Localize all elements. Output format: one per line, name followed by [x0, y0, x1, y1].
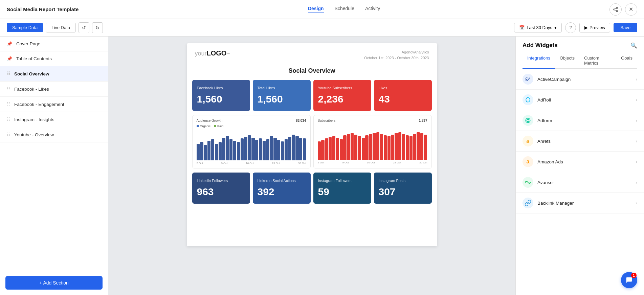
drag-icon: ⠿	[7, 101, 10, 107]
help-button[interactable]: ?	[565, 22, 576, 33]
chevron-right-icon: ›	[636, 180, 637, 185]
chevron-right-icon: ›	[636, 76, 637, 82]
sidebar-item-fb-engagement[interactable]: ⠿ Facebook - Engagement	[0, 97, 108, 112]
toolbar-right: 📅 Last 30 Days ▾ ? ▶ Preview Save	[514, 22, 637, 33]
sidebar-item-cover[interactable]: 📌 Cover Page	[0, 37, 108, 51]
preview-button[interactable]: ▶ Preview	[579, 23, 610, 32]
card-value: 1,560	[197, 93, 245, 105]
list-item[interactable]: Avanser ›	[516, 172, 644, 193]
svg-point-0	[616, 7, 618, 8]
close-button[interactable]: ✕	[625, 3, 637, 16]
sidebar-item-label: Youtube - Overview	[14, 132, 54, 137]
charts-row: Audience Growth 83,034 Organic Paid 2 Oc…	[187, 115, 437, 173]
pin-icon: 📌	[7, 56, 12, 61]
activecampaign-icon	[523, 74, 533, 85]
bar	[329, 137, 332, 160]
integration-name: Adform	[537, 118, 552, 123]
sample-data-button[interactable]: Sample Data	[7, 23, 43, 32]
date-range-button[interactable]: 📅 Last 30 Days ▾	[514, 23, 562, 32]
list-item[interactable]: AdRoll ›	[516, 90, 644, 110]
sidebar-item-social-overview[interactable]: ⠿ Social Overview	[0, 66, 108, 82]
sidebar-item-label: Table of Contents	[16, 56, 52, 61]
bar	[409, 136, 413, 160]
live-data-button[interactable]: Live Data	[46, 23, 76, 32]
bar	[263, 141, 266, 161]
chevron-right-icon: ›	[636, 138, 637, 144]
share-button[interactable]	[609, 3, 622, 16]
bar	[354, 135, 357, 160]
card-label: LinkedIn Social Actions	[258, 179, 306, 183]
chevron-down-icon: ▾	[554, 25, 557, 30]
bar	[318, 141, 321, 160]
tab-schedule[interactable]: Schedule	[335, 6, 354, 13]
bar	[387, 136, 391, 160]
chart-label: Audience Growth	[197, 119, 223, 122]
card-label: Facebook Likes	[197, 86, 245, 90]
chart-x-labels: 2 Oct 9 Oct 16 Oct 23 Oct 30 Oct	[318, 161, 427, 164]
list-item[interactable]: Adform ›	[516, 110, 644, 131]
chevron-right-icon: ›	[636, 159, 637, 164]
bar	[270, 136, 273, 160]
sidebar-item-youtube-overview[interactable]: ⠿ Youtube - Overview	[0, 127, 108, 142]
card-label: Likes	[379, 86, 427, 90]
card-label: Instagram Posts	[379, 179, 427, 183]
bar	[413, 134, 416, 160]
bar	[292, 135, 295, 161]
bar	[303, 138, 306, 160]
report-page: yourLOGO™ AgencyAnalytics October 1st, 2…	[187, 43, 437, 246]
redo-button[interactable]: ↻	[92, 22, 103, 33]
bar	[420, 133, 423, 160]
bar	[336, 138, 339, 160]
svg-line-3	[615, 10, 617, 11]
chart-bars	[197, 130, 306, 160]
integration-name: Backlink Manager	[537, 201, 574, 206]
list-item[interactable]: Backlink Manager ›	[516, 193, 644, 213]
bar	[402, 134, 405, 160]
sidebar-item-instagram-insights[interactable]: ⠿ Instagram - Insights	[0, 112, 108, 127]
sidebar-item-label: Instagram - Insights	[14, 117, 54, 122]
sidebar-item-fb-likes[interactable]: ⠿ Facebook - Likes	[0, 82, 108, 97]
integration-name: ActiveCampaign	[537, 77, 571, 82]
bar	[384, 135, 387, 160]
tab-goals[interactable]: Goals	[616, 53, 637, 69]
search-icon[interactable]: 🔍	[630, 42, 637, 49]
add-section-button[interactable]: + Add Section	[5, 276, 103, 290]
tab-activity[interactable]: Activity	[365, 6, 380, 13]
chart-header: Audience Growth 83,034	[197, 119, 306, 122]
bar	[277, 140, 280, 160]
drag-icon: ⠿	[7, 86, 10, 92]
tab-design[interactable]: Design	[308, 6, 324, 13]
card-label: Instagram Followers	[318, 179, 367, 183]
bar	[295, 136, 298, 160]
integration-name: Ahrefs	[537, 139, 551, 144]
drag-icon: ⠿	[7, 132, 10, 137]
calendar-icon: 📅	[519, 25, 525, 30]
list-item[interactable]: a Amazon Ads ›	[516, 152, 644, 172]
card-value: 1,560	[258, 93, 306, 105]
widget-tabs: Integrations Objects Custom Metrics Goal…	[523, 53, 637, 69]
list-item[interactable]: a Ahrefs ›	[516, 131, 644, 152]
tab-custom-metrics[interactable]: Custom Metrics	[579, 53, 616, 69]
integrations-list: ActiveCampaign › AdRoll ›	[516, 69, 644, 295]
bar	[351, 133, 354, 160]
card-value: 2,236	[318, 93, 367, 105]
sidebar-item-toc[interactable]: 📌 Table of Contents	[0, 51, 108, 66]
tab-integrations[interactable]: Integrations	[523, 53, 555, 69]
bar	[365, 135, 368, 160]
chat-bubble-button[interactable]: 1	[621, 272, 637, 288]
svg-point-2	[616, 10, 618, 12]
chart-total: 1,537	[419, 119, 427, 122]
list-item[interactable]: ActiveCampaign ›	[516, 69, 644, 90]
bar	[376, 132, 379, 160]
undo-button[interactable]: ↺	[79, 22, 89, 33]
stat-card-total-likes: Total Likes 1,560	[253, 80, 311, 111]
svg-line-4	[615, 8, 617, 9]
bar	[332, 136, 335, 160]
chevron-right-icon: ›	[636, 118, 637, 123]
bar	[237, 142, 240, 160]
tab-objects[interactable]: Objects	[555, 53, 579, 69]
save-button[interactable]: Save	[614, 23, 637, 32]
bar	[391, 135, 394, 160]
audience-growth-chart: Audience Growth 83,034 Organic Paid 2 Oc…	[192, 115, 311, 168]
stat-card-fb-likes: Facebook Likes 1,560	[192, 80, 250, 111]
